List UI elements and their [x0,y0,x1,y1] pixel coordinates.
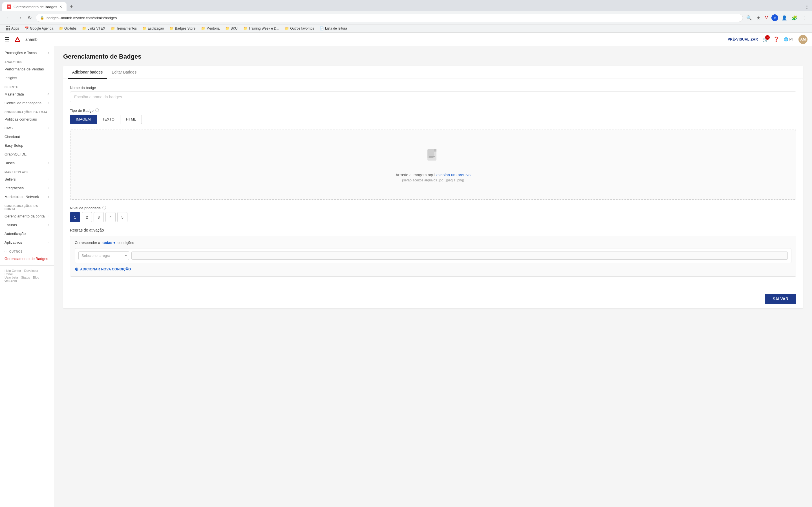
bookmark-githubs[interactable]: 📁 GitHubs [58,26,78,31]
sidebar-item-gerenciamento-conta[interactable]: Gerenciamento da conta › [0,212,54,221]
forward-button[interactable]: → [15,14,24,22]
blog-link[interactable]: Blog [33,276,39,279]
sidebar-item-aplicativos[interactable]: Aplicativos › [0,238,54,247]
name-input[interactable] [70,92,796,102]
sidebar-item-easy-setup[interactable]: Easy Setup [0,141,54,150]
url-bar[interactable]: 🔒 badges--anamb.myvtex.com/admin/badges [36,14,743,22]
drop-zone[interactable]: Arraste a imagem aqui escolha um arquivo… [70,129,796,200]
sidebar-item-label: Promoções e Taxas [4,51,37,55]
priority-group: Nível de prioridade ⓘ 1 2 3 4 5 [70,205,796,222]
active-tab[interactable]: V Gerenciamento de Badges × [2,2,66,11]
add-condition-button[interactable]: ⊕ ADICIONAR NOVA CONDIÇÃO [75,267,792,272]
bookmark-label: GitHubs [64,26,77,31]
chevron-right-icon: › [48,51,49,55]
help-center-link[interactable]: Help Center [4,269,21,272]
priority-btn-2[interactable]: 2 [82,212,92,222]
sidebar-item-faturas[interactable]: Faturas › [0,221,54,229]
vtex-ext-icon[interactable]: V [764,14,769,21]
bookmark-label: Outros favoritos [290,26,314,31]
sidebar-item-label: Performance de Vendas [4,67,44,71]
bookmark-badges-store[interactable]: 📁 Badges Store [168,26,197,31]
sidebar-item-label: Gerenciamento de Badges [4,257,48,261]
sidebar-item-label: Gerenciamento da conta [4,214,45,218]
folder-icon: 📁 [169,26,174,31]
save-button[interactable]: SALVAR [765,294,796,304]
priority-btn-3[interactable]: 3 [94,212,104,222]
bookmark-links-vtex[interactable]: 📁 Links VTEX [81,26,106,31]
sidebar-item-marketplace-network[interactable]: Marketplace Network › [0,192,54,201]
info-icon[interactable]: ⓘ [95,108,99,113]
help-icon-button[interactable]: ❓ [773,36,779,43]
priority-btn-5[interactable]: 5 [117,212,128,222]
apps-bookmark[interactable]: Apps [4,25,20,31]
sidebar-item-cms[interactable]: CMS › [0,124,54,132]
chevron-right-icon: › [48,161,49,165]
bookmark-sku[interactable]: 📁 SKU [224,26,239,31]
priority-btn-1[interactable]: 1 [70,212,80,222]
profile-icon[interactable]: 👤 [780,14,788,22]
sidebar-item-label: Checkout [4,135,20,139]
bookmark-treinamentos[interactable]: 📁 Treinamentos [110,26,138,31]
avatar[interactable]: AM [799,35,808,44]
card-footer: SALVAR [63,289,803,308]
bookmark-estilizacao[interactable]: 📁 Estilização [141,26,165,31]
vtex-logo-icon [14,36,21,43]
sidebar-section-outros: ··· OUTROS [0,247,54,255]
badge-type-buttons: IMAGEM TEXTO HTML [70,115,796,124]
status-link[interactable]: Status [21,276,30,279]
type-btn-imagem[interactable]: IMAGEM [70,115,97,124]
sidebar-item-label: Sellers [4,177,16,181]
chevron-right-icon: › [48,223,49,227]
match-dropdown[interactable]: todas ▾ [102,240,115,245]
sidebar-item-gerenciamento-badges[interactable]: Gerenciamento de Badges [0,255,54,263]
usar-beta-link[interactable]: Usar beta [4,276,18,279]
sidebar-item-politicas[interactable]: Políticas comerciais [0,115,54,124]
url-text: badges--anamb.myvtex.com/admin/badges [47,16,739,20]
hamburger-menu-button[interactable]: ☰ [4,36,10,43]
rule-value-input[interactable] [132,251,788,260]
refresh-button[interactable]: ↻ [26,13,34,22]
cart-icon-button[interactable]: 🛒 10 [762,36,769,43]
extensions-icon[interactable]: 🧩 [791,14,799,22]
new-tab-button[interactable]: + [68,3,75,11]
bookmark-google-agenda[interactable]: 📅 Google Agenda [23,26,54,31]
info-icon[interactable]: ⓘ [102,205,106,210]
bookmark-mentoria[interactable]: 📁 Mentoria [200,26,221,31]
sidebar-item-autenticacao[interactable]: Autenticação [0,229,54,238]
tab-label: Adicionar badges [72,70,103,74]
browser-chrome: V Gerenciamento de Badges × + ← → ↻ 🔒 ba… [0,0,812,33]
bookmark-training[interactable]: 📁 Training Week e D... [242,26,281,31]
sidebar-item-sellers[interactable]: Sellers › [0,175,54,184]
pre-visualizar-button[interactable]: PRÉ-VISUALIZAR [728,38,758,41]
choose-file-link[interactable]: escolha um arquivo [437,173,470,177]
type-btn-texto[interactable]: TEXTO [97,115,120,124]
bookmark-lista-leitura[interactable]: 📄 Lista de leitura [319,26,348,31]
sidebar-item-central-mensagens[interactable]: Central de mensagens › [0,99,54,107]
sidebar-item-graphql[interactable]: GraphQL IDE [0,150,54,159]
sidebar-item-checkout[interactable]: Checkout [0,132,54,141]
bookmark-star-icon[interactable]: ★ [755,14,762,22]
priority-btn-4[interactable]: 4 [105,212,116,222]
search-icon[interactable]: 🔍 [745,14,753,22]
sidebar-item-insights[interactable]: Insights [0,73,54,82]
match-prefix: Corresponder a [75,240,100,245]
chrome-options-icon[interactable]: ⋮ [801,14,808,22]
bookmark-label: Mentoria [206,26,220,31]
bookmark-outros-favoritos[interactable]: 📁 Outros favoritos [284,26,315,31]
type-btn-html[interactable]: HTML [120,115,142,124]
sidebar-item-integracoes[interactable]: Integrações › [0,184,54,192]
language-button[interactable]: 🌐 PT [784,37,794,41]
google-agenda-icon: 📅 [24,26,29,31]
rule-select[interactable]: Selecione a regra [79,251,129,260]
sidebar-item-master-data[interactable]: Master data ↗ [0,90,54,99]
tab-editar-badges[interactable]: Editar Badges [107,66,141,79]
back-button[interactable]: ← [4,14,13,22]
close-tab-button[interactable]: × [59,4,62,9]
tab-adicionar-badges[interactable]: Adicionar badges [68,66,107,79]
lang-label: PT [789,37,794,41]
sidebar-item-busca[interactable]: Busca › [0,159,54,167]
metamask-icon[interactable]: M [771,14,778,21]
vtex-link[interactable]: vtex.com [4,279,17,283]
sidebar-item-performance[interactable]: Performance de Vendas [0,65,54,73]
sidebar-item-promocoes[interactable]: Promoções e Taxas › [0,48,54,57]
